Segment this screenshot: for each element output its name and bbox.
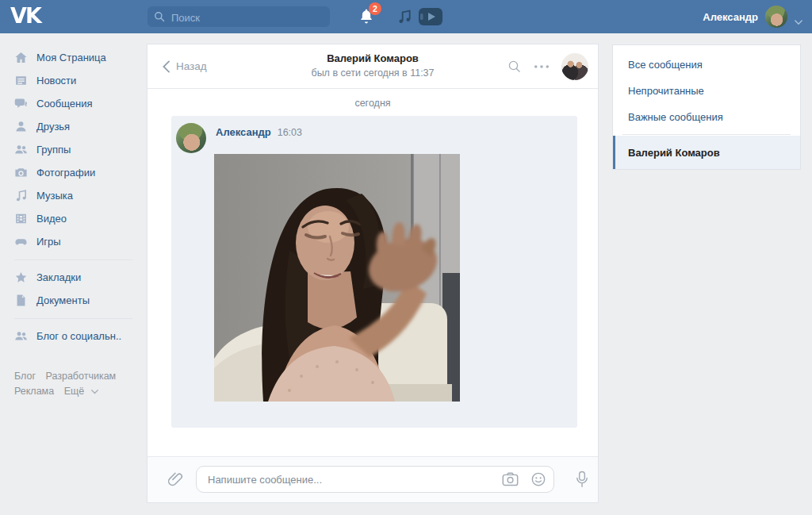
people-icon bbox=[14, 143, 28, 156]
chat-bubble-icon bbox=[14, 97, 28, 110]
message-author-avatar[interactable] bbox=[176, 123, 206, 153]
document-icon bbox=[14, 294, 28, 307]
conversation-panel: Назад Валерий Комаров был в сети сегодня… bbox=[147, 44, 599, 503]
messages-filter-list: Все сообщения Непрочитанные Важные сообщ… bbox=[613, 45, 800, 130]
notifications-button[interactable]: 2 bbox=[358, 8, 379, 27]
music-button[interactable] bbox=[396, 9, 412, 25]
footer-link-blog[interactable]: Блог bbox=[14, 371, 36, 382]
more-options-icon[interactable] bbox=[534, 64, 550, 69]
messages-filter-panel: Все сообщения Непрочитанные Важные сообщ… bbox=[612, 44, 801, 170]
chevron-left-icon bbox=[162, 60, 170, 73]
sidebar-item-label: Документы bbox=[36, 294, 90, 306]
sidebar-item-label: Моя Страница bbox=[36, 52, 106, 63]
sidebar-item-video[interactable]: Видео bbox=[14, 207, 147, 230]
sidebar-item-label: Блог о социальн.. bbox=[36, 330, 121, 342]
sidebar-item-label: Новости bbox=[36, 75, 76, 86]
people-icon bbox=[14, 329, 28, 343]
message-composer bbox=[147, 456, 598, 502]
camera-icon bbox=[14, 166, 28, 179]
sidebar-item-friends[interactable]: Друзья bbox=[14, 115, 147, 138]
attachment-paperclip-icon[interactable] bbox=[167, 471, 184, 488]
sidebar-item-groups[interactable]: Группы bbox=[14, 138, 147, 161]
sidebar-item-games[interactable]: Игры bbox=[14, 230, 147, 253]
sidebar-item-label: Музыка bbox=[36, 190, 73, 202]
peer-online-status: был в сети сегодня в 11:37 bbox=[243, 67, 503, 79]
selected-dialog[interactable]: Валерий Комаров bbox=[613, 136, 800, 169]
profile-menu[interactable]: Александр bbox=[703, 0, 802, 33]
message-row: Александр16:03 bbox=[171, 116, 577, 428]
video-play-icon bbox=[419, 14, 442, 28]
footer-link-more[interactable]: Ещё bbox=[64, 386, 85, 397]
filter-important[interactable]: Важные сообщения bbox=[613, 104, 800, 130]
sidebar-item-label: Группы bbox=[36, 144, 71, 156]
music-note-icon bbox=[14, 189, 28, 202]
search-icon bbox=[154, 11, 165, 22]
music-note-icon bbox=[396, 13, 412, 27]
sidebar-item-bookmarks[interactable]: Закладки bbox=[14, 266, 147, 289]
sidebar-item-photos[interactable]: Фотографии bbox=[14, 161, 147, 184]
profile-name: Александр bbox=[703, 11, 758, 23]
notifications-badge: 2 bbox=[369, 2, 381, 15]
bell-icon bbox=[358, 14, 374, 28]
emoji-icon[interactable] bbox=[530, 471, 546, 487]
home-icon bbox=[14, 51, 28, 64]
sidebar-footer: Блог Разработчикам Реклама Ещё bbox=[14, 369, 147, 399]
profile-avatar bbox=[765, 6, 787, 28]
chevron-down-icon bbox=[91, 384, 98, 389]
conversation-header: Назад Валерий Комаров был в сети сегодня… bbox=[147, 44, 598, 89]
voice-message-icon[interactable] bbox=[574, 470, 590, 489]
sidebar-item-label: Закладки bbox=[36, 271, 81, 283]
sidebar-item-label: Видео bbox=[36, 213, 67, 225]
filter-all-messages[interactable]: Все сообщения bbox=[613, 52, 800, 78]
message-author-name[interactable]: Александр16:03 bbox=[216, 126, 302, 138]
message-input[interactable] bbox=[196, 466, 554, 493]
person-icon bbox=[14, 120, 28, 133]
date-divider: сегодня bbox=[147, 89, 598, 109]
footer-link-ads[interactable]: Реклама bbox=[14, 386, 54, 397]
sidebar-item-news[interactable]: Новости bbox=[14, 69, 147, 92]
sidebar-divider bbox=[14, 259, 132, 260]
sidebar-item-music[interactable]: Музыка bbox=[14, 184, 147, 207]
sidebar-item-messages[interactable]: Сообщения bbox=[14, 92, 147, 115]
sidebar-item-my-page[interactable]: Моя Страница bbox=[14, 46, 147, 69]
vk-logo[interactable]: VK bbox=[10, 4, 40, 28]
sidebar-item-app-blog[interactable]: Блог о социальн.. bbox=[14, 325, 147, 348]
footer-link-developers[interactable]: Разработчикам bbox=[46, 371, 117, 382]
conversation-actions bbox=[508, 44, 588, 88]
peer-avatar[interactable] bbox=[561, 53, 588, 80]
film-icon bbox=[14, 212, 28, 225]
filter-unread[interactable]: Непрочитанные bbox=[613, 78, 800, 104]
sidebar-item-label: Игры bbox=[36, 236, 61, 248]
search-input[interactable] bbox=[170, 6, 327, 29]
gamepad-icon bbox=[14, 235, 28, 248]
video-button[interactable] bbox=[419, 8, 442, 25]
sidebar-item-documents[interactable]: Документы bbox=[14, 289, 147, 312]
news-icon bbox=[14, 74, 28, 87]
back-label: Назад bbox=[176, 60, 207, 72]
chevron-down-icon bbox=[795, 14, 802, 20]
sidebar-item-label: Друзья bbox=[36, 121, 70, 133]
left-navigation-sidebar: Моя Страница Новости Сообщения Друзья Гр… bbox=[0, 33, 147, 399]
menu-divider bbox=[622, 134, 791, 135]
back-button[interactable]: Назад bbox=[162, 44, 207, 88]
star-icon bbox=[14, 271, 28, 284]
sidebar-divider bbox=[14, 318, 132, 319]
message-history: сегодня Александр16:03 bbox=[147, 89, 598, 459]
sidebar-item-label: Фотографии bbox=[36, 167, 95, 179]
attach-photo-icon[interactable] bbox=[502, 471, 519, 487]
global-search bbox=[147, 6, 330, 27]
conversation-search-icon[interactable] bbox=[508, 60, 522, 74]
author-name-text: Александр bbox=[216, 126, 271, 138]
top-navigation-bar: VK 2 Александр bbox=[0, 0, 812, 33]
peer-info: Валерий Комаров был в сети сегодня в 11:… bbox=[243, 52, 503, 79]
sidebar-item-label: Сообщения bbox=[36, 98, 93, 110]
message-time: 16:03 bbox=[278, 127, 302, 138]
message-photo[interactable] bbox=[214, 154, 460, 402]
peer-name[interactable]: Валерий Комаров bbox=[243, 52, 503, 64]
